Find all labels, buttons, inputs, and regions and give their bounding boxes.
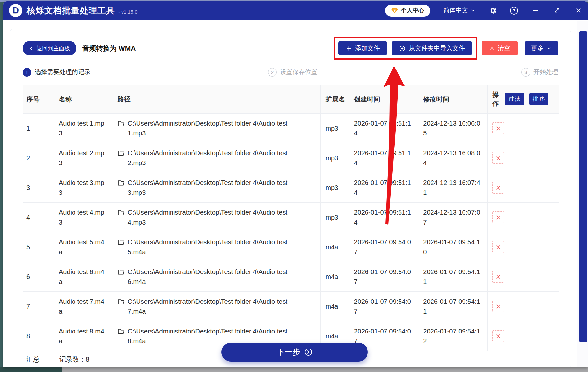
cell-extension: m4a xyxy=(321,262,349,292)
delete-x-icon xyxy=(495,333,501,339)
delete-row-button[interactable] xyxy=(492,271,504,283)
cell-path: C:\Users\Administrator\Desktop\Test fold… xyxy=(113,232,321,262)
cell-action xyxy=(488,114,559,143)
add-files-label: 添加文件 xyxy=(355,44,380,53)
header-action: 操作 过滤 排序 xyxy=(488,85,559,114)
more-button[interactable]: 更多 xyxy=(525,41,558,55)
filter-button[interactable]: 过滤 xyxy=(505,93,524,105)
cell-name: Audio test 5.m4a xyxy=(55,232,113,262)
cell-extension: mp3 xyxy=(321,143,349,173)
help-icon[interactable]: ? xyxy=(510,7,518,15)
import-folder-button[interactable]: 从文件夹中导入文件 xyxy=(392,41,472,55)
cell-created: 2026-01-07 09:54:07 xyxy=(349,232,418,262)
language-selector[interactable]: 简体中文 xyxy=(443,6,475,15)
header-index: 序号 xyxy=(23,85,55,114)
cell-extension: mp3 xyxy=(321,203,349,232)
cell-path: C:\Users\Administrator\Desktop\Test fold… xyxy=(113,114,321,143)
toolbar: 返回到主面板 音频转换为 WMA 添加文件 从文件夹中导入文件 xyxy=(23,37,558,60)
language-label: 简体中文 xyxy=(443,6,468,15)
cell-path: C:\Users\Administrator\Desktop\Test fold… xyxy=(113,292,321,321)
cell-extension: mp3 xyxy=(321,114,349,143)
cell-action xyxy=(488,292,559,321)
sort-button[interactable]: 排序 xyxy=(529,93,548,105)
folder-icon xyxy=(118,326,125,334)
step-connector xyxy=(323,72,515,72)
taskbar-fragment xyxy=(62,367,588,372)
cell-created: 2026-01-07 09:51:14 xyxy=(349,203,418,232)
delete-row-button[interactable] xyxy=(492,241,504,253)
cell-index: 6 xyxy=(23,262,55,292)
delete-x-icon xyxy=(495,125,501,132)
clear-button[interactable]: 清空 xyxy=(482,41,518,55)
settings-gear-icon[interactable] xyxy=(488,6,497,15)
circle-arrow-right-icon xyxy=(304,348,313,356)
folder-icon xyxy=(118,267,125,275)
app-logo: D xyxy=(9,4,22,17)
cell-name: Audio test 1.mp3 xyxy=(55,114,113,143)
delete-row-button[interactable] xyxy=(492,301,504,312)
cell-action xyxy=(488,203,559,232)
vip-gem-icon xyxy=(391,7,398,14)
delete-row-button[interactable] xyxy=(492,122,504,134)
header-extension: 扩展名 xyxy=(321,85,349,114)
cell-created: 2026-01-07 09:51:14 xyxy=(349,173,418,203)
cell-name: Audio test 8.m4a xyxy=(55,321,113,351)
table-row: 1Audio test 1.mp3 C:\Users\Administrator… xyxy=(23,114,559,143)
step-2-number: 2 xyxy=(268,68,277,77)
cell-modified: 2024-12-13 16:08:04 xyxy=(418,143,488,173)
clear-x-icon xyxy=(489,44,495,53)
delete-row-button[interactable] xyxy=(492,182,504,194)
cell-modified: 2024-12-13 16:07:41 xyxy=(418,173,488,203)
next-step-button[interactable]: 下一步 xyxy=(221,343,368,362)
clear-button-label: 清空 xyxy=(498,44,510,53)
table-header: 序号 名称 路径 扩展名 创建时间 修改时间 操作 过滤 排序 xyxy=(23,85,559,114)
folder-icon xyxy=(118,178,125,186)
delete-row-button[interactable] xyxy=(492,330,504,342)
step-2-label: 设置保存位置 xyxy=(280,68,317,76)
table-row: 2Audio test 2.mp3 C:\Users\Administrator… xyxy=(23,143,559,173)
delete-x-icon xyxy=(495,303,501,310)
cell-index: 4 xyxy=(23,203,55,232)
cell-name: Audio test 4.mp3 xyxy=(55,203,113,232)
delete-row-button[interactable] xyxy=(492,211,504,223)
cell-modified: 2026-01-07 09:54:12 xyxy=(418,321,488,351)
cell-modified: 2024-12-13 16:06:05 xyxy=(418,114,488,143)
step-1: 1 选择需要处理的记录 xyxy=(23,68,90,77)
table-row: 4Audio test 4.mp3 C:\Users\Administrator… xyxy=(23,203,559,232)
circle-plus-icon xyxy=(399,44,406,53)
cell-index: 2 xyxy=(23,143,55,173)
account-center-button[interactable]: 个人中心 xyxy=(385,5,430,17)
cell-extension: m4a xyxy=(321,232,349,262)
cell-name: Audio test 7.m4a xyxy=(55,292,113,321)
table-body: 1Audio test 1.mp3 C:\Users\Administrator… xyxy=(23,114,559,351)
account-center-label: 个人中心 xyxy=(401,7,424,14)
delete-x-icon xyxy=(495,155,501,161)
back-button[interactable]: 返回到主面板 xyxy=(23,41,76,55)
scrollbar-thumb[interactable] xyxy=(579,31,587,342)
step-2: 2 设置保存位置 xyxy=(268,68,317,77)
cell-index: 8 xyxy=(23,321,55,351)
step-1-number: 1 xyxy=(23,68,31,77)
close-button[interactable] xyxy=(574,6,583,15)
cell-name: Audio test 3.mp3 xyxy=(55,173,113,203)
cell-name: Audio test 2.mp3 xyxy=(55,143,113,173)
cell-name: Audio test 6.m4a xyxy=(55,262,113,292)
delete-row-button[interactable] xyxy=(492,152,504,164)
import-folder-label: 从文件夹中导入文件 xyxy=(409,44,465,53)
table-row: 5Audio test 5.m4a C:\Users\Administrator… xyxy=(23,232,559,262)
delete-x-icon xyxy=(495,185,501,191)
step-connector xyxy=(96,72,262,72)
app-version: - v1.15.0 xyxy=(118,9,137,15)
scrollbar-track[interactable] xyxy=(577,21,588,367)
maximize-button[interactable] xyxy=(553,6,561,15)
page-title: 音频转换为 WMA xyxy=(82,44,136,53)
cell-action xyxy=(488,321,559,351)
add-files-button[interactable]: 添加文件 xyxy=(338,41,387,55)
cell-index: 3 xyxy=(23,173,55,203)
cell-created: 2026-01-07 09:51:14 xyxy=(349,143,418,173)
folder-icon xyxy=(118,237,125,245)
cell-index: 7 xyxy=(23,292,55,321)
step-3-label: 开始处理 xyxy=(533,68,558,76)
table-row: 3Audio test 3.mp3 C:\Users\Administrator… xyxy=(23,173,559,203)
minimize-button[interactable] xyxy=(531,6,540,15)
